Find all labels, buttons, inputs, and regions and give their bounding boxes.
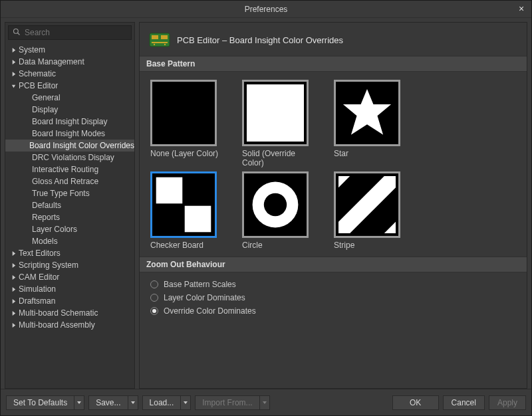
pattern-option-stripe[interactable]: Stripe (334, 171, 411, 250)
chevron-right-icon[interactable] (9, 59, 17, 65)
tree-item[interactable]: Layer Colors (5, 223, 134, 235)
tree-item[interactable]: Models (5, 235, 134, 247)
svg-rect-10 (156, 177, 183, 204)
chevron-down-icon[interactable] (9, 83, 17, 89)
chevron-right-icon[interactable] (9, 298, 17, 304)
set-defaults-button[interactable]: Set To Defaults (6, 395, 74, 410)
load-caret[interactable] (180, 395, 191, 410)
tree-item[interactable]: System (5, 44, 134, 56)
ok-button[interactable]: OK (392, 395, 439, 410)
tree-item[interactable]: Gloss And Retrace (5, 175, 134, 187)
import-from-split[interactable]: Import From... (195, 395, 269, 410)
pattern-option-solid[interactable]: Solid (Override Color) (242, 80, 319, 167)
page-title: PCB Editor – Board Insight Color Overrid… (177, 35, 343, 45)
pattern-option-checker[interactable]: Checker Board (150, 171, 227, 250)
tree-item-label: Board Insight Display (31, 117, 107, 126)
pattern-none-icon (155, 84, 212, 142)
pattern-swatch[interactable] (334, 171, 400, 238)
radio-icon[interactable] (150, 280, 158, 288)
import-from-caret[interactable] (259, 395, 270, 410)
tree-item[interactable]: Scripting System (5, 259, 134, 271)
tree-item-label: Interactive Routing (31, 165, 98, 174)
chevron-right-icon[interactable] (9, 251, 17, 257)
tree-item[interactable]: Defaults (5, 199, 134, 211)
zoom-out-option[interactable]: Override Color Dominates (150, 304, 516, 318)
pattern-label: Checker Board (150, 241, 203, 250)
pattern-option-circle[interactable]: Circle (242, 171, 319, 250)
window-body: SystemData ManagementSchematicPCB Editor… (1, 18, 531, 389)
tree-item[interactable]: Reports (5, 211, 134, 223)
save-caret[interactable] (128, 395, 138, 410)
search-input[interactable] (25, 28, 127, 37)
tree-item-label: Data Management (17, 57, 84, 66)
svg-rect-8 (247, 84, 304, 142)
tree-item[interactable]: Interactive Routing (5, 163, 134, 175)
tree-item[interactable]: Board Insight Modes (5, 128, 134, 140)
tree-item[interactable]: Board Insight Display (5, 116, 134, 128)
chevron-right-icon[interactable] (9, 262, 17, 268)
pattern-swatch[interactable] (334, 80, 400, 146)
pattern-label: Star (334, 149, 348, 158)
tree-item[interactable]: True Type Fonts (5, 187, 134, 199)
chevron-right-icon[interactable] (9, 47, 17, 53)
tree-item[interactable]: Multi-board Assembly (5, 319, 134, 331)
tree-item[interactable]: Text Editors (5, 247, 134, 259)
tree-item[interactable]: Data Management (5, 56, 134, 68)
set-defaults-split[interactable]: Set To Defaults (6, 395, 84, 410)
tree-item[interactable]: Simulation (5, 283, 134, 295)
cancel-button[interactable]: Cancel (443, 395, 485, 410)
set-defaults-caret[interactable] (74, 395, 84, 410)
tree-item[interactable]: General (5, 92, 134, 104)
search-icon (13, 28, 21, 38)
tree-item-label: Board Insight Color Overrides (28, 141, 134, 150)
save-button[interactable]: Save... (88, 395, 127, 410)
tree-item[interactable]: PCB Editor (5, 80, 134, 92)
tree-item[interactable]: Draftsman (5, 295, 134, 307)
save-split[interactable]: Save... (88, 395, 138, 410)
tree-item[interactable]: DRC Violations Display (5, 152, 134, 163)
zoom-out-option[interactable]: Base Pattern Scales (150, 278, 516, 291)
radio-icon[interactable] (150, 294, 158, 302)
import-from-button[interactable]: Import From... (195, 395, 259, 410)
pattern-swatch[interactable] (242, 80, 309, 146)
search-box[interactable] (8, 25, 132, 40)
tree-item[interactable]: CAM Editor (5, 271, 134, 283)
apply-button[interactable]: Apply (489, 395, 526, 410)
chevron-right-icon[interactable] (9, 71, 17, 77)
pattern-swatch[interactable] (150, 80, 217, 146)
radio-label: Override Color Dominates (164, 306, 256, 316)
tree-item[interactable]: Board Insight Color Overrides (5, 140, 134, 152)
pattern-option-none[interactable]: None (Layer Color) (150, 80, 227, 167)
window-title: Preferences (245, 5, 288, 14)
section-zoom-out: Zoom Out Behaviour (140, 257, 527, 272)
svg-marker-9 (343, 89, 391, 135)
tree-item-label: DRC Violations Display (31, 153, 114, 162)
pattern-grid: None (Layer Color)Solid (Override Color)… (140, 72, 527, 257)
pattern-option-star[interactable]: Star (334, 80, 411, 167)
radio-label: Layer Color Dominates (164, 293, 245, 302)
pattern-swatch[interactable] (150, 171, 217, 238)
chevron-right-icon[interactable] (9, 310, 17, 316)
tree-item[interactable]: Display (5, 104, 134, 116)
pattern-swatch[interactable] (242, 171, 309, 238)
chevron-right-icon[interactable] (9, 322, 17, 328)
tree-item-label: General (31, 93, 61, 102)
load-split[interactable]: Load... (142, 395, 192, 410)
close-icon[interactable]: × (515, 3, 527, 15)
tree-item-label: System (17, 45, 45, 54)
svg-point-13 (264, 193, 287, 216)
chevron-right-icon[interactable] (9, 286, 17, 292)
pattern-label: Solid (Override Color) (242, 149, 319, 167)
tree-item-label: Simulation (17, 284, 56, 294)
radio-icon[interactable] (150, 307, 158, 315)
nav-tree[interactable]: SystemData ManagementSchematicPCB Editor… (5, 43, 134, 388)
load-button[interactable]: Load... (142, 395, 181, 410)
svg-rect-3 (152, 35, 158, 39)
tree-item[interactable]: Schematic (5, 68, 134, 80)
tree-item[interactable]: Multi-board Schematic (5, 307, 134, 319)
pattern-stripe-icon (338, 176, 396, 233)
pattern-circle-icon (247, 176, 304, 233)
chevron-right-icon[interactable] (9, 274, 17, 280)
svg-line-1 (18, 33, 20, 35)
zoom-out-option[interactable]: Layer Color Dominates (150, 291, 516, 304)
